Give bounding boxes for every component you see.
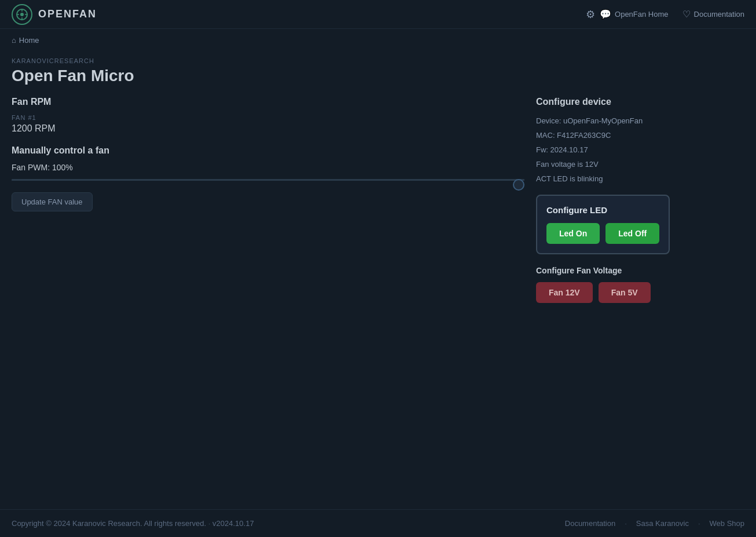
copyright-text: Copyright © 2024 Karanovic Research. All… <box>12 519 206 528</box>
header: OPENFAN ⚙ 💬 OpenFan Home ♡ Documentation <box>0 0 756 29</box>
svg-point-1 <box>20 13 24 16</box>
led-buttons: Led On Led Off <box>546 223 659 244</box>
manual-control-section: Manually control a fan Fan PWM: 100% Upd… <box>12 145 524 211</box>
fan-5v-button[interactable]: Fan 5V <box>599 282 651 303</box>
footer-copyright: Copyright © 2024 Karanovic Research. All… <box>12 519 254 528</box>
footer-dot: · <box>208 519 212 528</box>
configure-device-title: Configure device <box>536 97 744 107</box>
brand-label: KARANOVICRESEARCH <box>12 57 744 64</box>
logo-area: OPENFAN <box>12 4 586 25</box>
fan-rpm-title: Fan RPM <box>12 97 524 107</box>
logo-icon <box>12 4 32 25</box>
configure-device-section: Configure device Device: uOpenFan-MyOpen… <box>536 97 744 183</box>
fan-rpm-value: 1200 RPM <box>12 123 524 134</box>
led-off-button[interactable]: Led Off <box>605 223 659 244</box>
slider-container <box>12 179 524 181</box>
settings-button[interactable]: ⚙ <box>586 8 595 21</box>
firmware: Fw: 2024.10.17 <box>536 145 744 154</box>
openfan-home-icon: 💬 <box>600 9 611 20</box>
home-label: Home <box>19 36 39 45</box>
footer-dot-1: · <box>625 519 627 528</box>
led-on-button[interactable]: Led On <box>546 223 600 244</box>
voltage-buttons: Fan 12V Fan 5V <box>536 282 744 303</box>
configure-voltage-section: Configure Fan Voltage Fan 12V Fan 5V <box>536 266 744 303</box>
fan-pwm-slider[interactable] <box>12 179 524 181</box>
footer-documentation-link[interactable]: Documentation <box>565 519 615 528</box>
fan-label: FAN #1 <box>12 114 524 121</box>
device-name: Device: uOpenFan-MyOpenFan <box>536 116 744 125</box>
footer-webshop-link[interactable]: Web Shop <box>710 519 744 528</box>
footer-sasa-link[interactable]: Sasa Karanovic <box>636 519 689 528</box>
openfan-home-nav[interactable]: 💬 OpenFan Home <box>600 9 669 20</box>
breadcrumb: ⌂ Home <box>0 29 756 52</box>
fan-voltage-info: Fan voltage is 12V <box>536 160 744 169</box>
main-content: Fan RPM FAN #1 1200 RPM Manually control… <box>0 97 756 315</box>
pwm-label: Fan PWM: 100% <box>12 163 524 172</box>
documentation-nav[interactable]: ♡ Documentation <box>682 9 744 20</box>
header-nav: 💬 OpenFan Home ♡ Documentation <box>600 9 744 20</box>
documentation-icon: ♡ <box>682 9 691 20</box>
footer-links: Documentation · Sasa Karanovic · Web Sho… <box>565 519 744 528</box>
configure-voltage-title: Configure Fan Voltage <box>536 266 744 275</box>
act-led-info: ACT LED is blinking <box>536 174 744 183</box>
footer-dot-2: · <box>698 519 700 528</box>
update-fan-button[interactable]: Update FAN value <box>12 192 93 211</box>
fan-rpm-section: Fan RPM FAN #1 1200 RPM <box>12 97 524 134</box>
right-panel: Configure device Device: uOpenFan-MyOpen… <box>536 97 744 315</box>
openfan-home-label: OpenFan Home <box>615 10 669 19</box>
configure-led-title: Configure LED <box>546 205 659 215</box>
footer-version: v2024.10.17 <box>212 519 254 528</box>
page-title-area: KARANOVICRESEARCH Open Fan Micro <box>0 52 756 97</box>
configure-led-popup: Configure LED Led On Led Off <box>536 195 670 254</box>
home-icon: ⌂ <box>12 36 16 45</box>
footer: Copyright © 2024 Karanovic Research. All… <box>0 509 756 537</box>
page-title: Open Fan Micro <box>12 67 744 85</box>
fan-12v-button[interactable]: Fan 12V <box>536 282 593 303</box>
breadcrumb-home[interactable]: ⌂ Home <box>12 36 39 45</box>
mac-address: MAC: F412FA263C9C <box>536 131 744 140</box>
documentation-label: Documentation <box>694 10 744 19</box>
logo-text: OPENFAN <box>38 8 97 20</box>
left-panel: Fan RPM FAN #1 1200 RPM Manually control… <box>12 97 524 315</box>
manual-control-title: Manually control a fan <box>12 145 524 156</box>
